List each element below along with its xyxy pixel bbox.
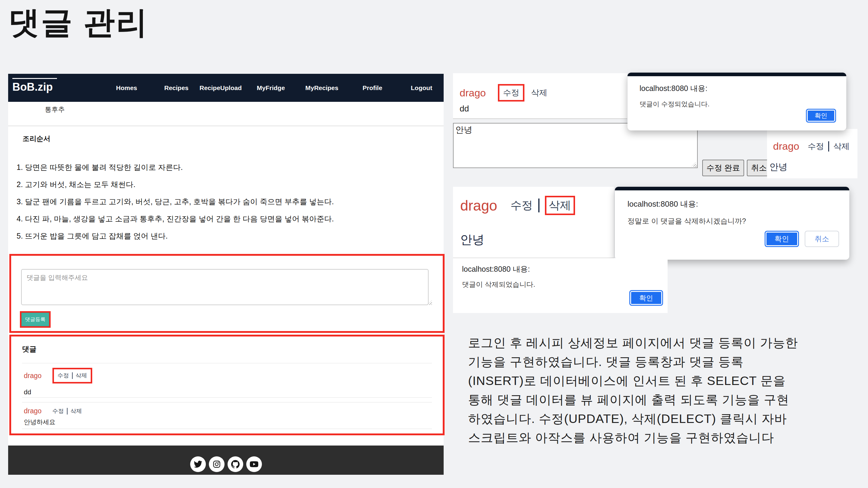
nav-item-myrecipes[interactable]: MyRecipes xyxy=(305,74,338,102)
delete-demo-comment-row: drago 수정 삭제 안녕 xyxy=(453,187,614,258)
save-edit-button[interactable]: 수정 완료 xyxy=(702,160,744,176)
delete-comment-link[interactable]: 삭제 xyxy=(70,407,82,415)
comment-username: drago xyxy=(24,372,41,380)
description-line: 로그인 후 레시피 상세정보 페이지에서 댓글 등록이 가능한 xyxy=(468,333,851,352)
recipe-steps: 1. 당면은 따뜻한 물에 불려 적당한 길이로 자른다. 2. 고기와 버섯,… xyxy=(17,159,334,245)
recipe-step: 2. 고기와 버섯, 채소는 모두 채썬다. xyxy=(17,176,334,193)
description-line: (INSERT)로 데이터베이스에 인서트 된 후 SELECT 문을 xyxy=(468,371,851,390)
edited-comment-result: drago 수정 삭제 안녕 xyxy=(767,129,858,178)
edit-comment-link[interactable]: 수정 xyxy=(510,198,533,213)
nav-item-myfridge[interactable]: MyFridge xyxy=(257,74,285,102)
alert-origin: localhost:8080 내용: xyxy=(640,84,707,93)
description-line: 하였습니다. 수정(UPDATE), 삭제(DELECT) 클릭시 자바 xyxy=(468,410,851,428)
comment-actions-highlight: 수정 삭제 xyxy=(53,368,92,384)
nav-item-recipes[interactable]: Recipes xyxy=(164,74,189,102)
description-line: 통해 댓글 데이터를 뷰 페이지에 출력 되도록 기능을 구현 xyxy=(468,390,851,410)
youtube-icon[interactable] xyxy=(246,456,262,472)
delete-comment-link[interactable]: 삭제 xyxy=(531,87,547,98)
delete-link-highlight[interactable]: 삭제 xyxy=(545,196,575,215)
comment-username: drago xyxy=(460,87,486,99)
ok-button[interactable]: 확인 xyxy=(806,109,836,123)
instagram-icon[interactable] xyxy=(209,456,224,472)
edit-link-highlight[interactable]: 수정 xyxy=(498,84,524,101)
nav-item-logout[interactable]: Logout xyxy=(411,74,432,102)
comment-text: 안녕하세요 xyxy=(24,418,56,426)
alert-origin: localhost:8080 내용: xyxy=(627,199,698,209)
recipe-step: 5. 뜨거운 밥을 그릇에 담고 잡채를 얹어 낸다. xyxy=(17,227,334,245)
footer xyxy=(8,446,444,475)
edit-comment-link[interactable]: 수정 xyxy=(53,407,64,415)
nav-item-recipeupload[interactable]: RecipeUpload xyxy=(199,74,242,102)
alert-dialog-confirm-delete: localhost:8080 내용: 정말로 이 댓글을 삭제하시겠습니까? 확… xyxy=(615,187,849,260)
separator xyxy=(72,372,73,379)
edit-comment-link[interactable]: 수정 xyxy=(808,141,824,152)
twitter-icon[interactable] xyxy=(190,456,206,472)
comment-list-heading: 댓글 xyxy=(22,344,36,354)
alert-message: 정말로 이 댓글을 삭제하시겠습니까? xyxy=(627,216,746,226)
comment-text: dd xyxy=(24,388,31,396)
divider xyxy=(8,126,444,126)
edit-demo-comment-row: drago 수정 삭제 dd xyxy=(453,73,627,119)
separator xyxy=(67,408,67,415)
navbar: BoB.zip Homes Recipes RecipeUpload MyFri… xyxy=(8,74,444,102)
alert-dialog-deleted: localhost:8080 내용: 댓글이 삭제되었습니다. 확인 xyxy=(453,258,668,313)
edit-comment-link[interactable]: 수정 xyxy=(58,372,69,380)
comment-username: drago xyxy=(773,140,799,152)
comment-input[interactable] xyxy=(21,269,429,305)
ok-button[interactable]: 확인 xyxy=(765,231,799,247)
delete-comment-link[interactable]: 삭제 xyxy=(833,141,849,152)
recipe-steps-heading: 조리순서 xyxy=(23,134,50,143)
alert-message: 댓글이 수정되었습니다. xyxy=(640,100,710,109)
ok-button[interactable]: 확인 xyxy=(629,290,663,306)
comment-list-highlight: 댓글 drago 수정 삭제 dd drago 수정 삭제 xyxy=(9,335,444,435)
divider xyxy=(22,363,432,363)
description-line: 스크립트와 아작스를 사용하여 기능을 구현하였습니다 xyxy=(468,428,851,447)
ingredient-text: 통후추 xyxy=(45,105,65,114)
comment-row: drago 수정 삭제 xyxy=(24,368,92,384)
separator xyxy=(538,198,539,213)
divider xyxy=(22,429,432,429)
nav-item-homes[interactable]: Homes xyxy=(116,74,137,102)
delete-comment-link[interactable]: 삭제 xyxy=(76,372,87,380)
comment-submit-highlight: 댓글등록 xyxy=(20,311,51,328)
recipe-step: 4. 다진 파, 마늘, 생강을 넣고 소금과 통후추, 진간장을 넣어 간을 … xyxy=(17,210,334,227)
description-line: 기능을 구현하였습니다. 댓글 등록창과 댓글 등록 xyxy=(468,352,851,371)
divider xyxy=(22,402,432,402)
comment-username: drago xyxy=(24,407,41,415)
comment-row: drago 수정 삭제 xyxy=(24,407,82,415)
recipe-step: 1. 당면은 따뜻한 물에 불려 적당한 길이로 자른다. xyxy=(17,159,334,176)
comment-text: 안녕 xyxy=(460,231,484,248)
comment-form-highlight: 댓글등록 xyxy=(9,254,444,333)
separator xyxy=(828,141,829,152)
alert-message: 댓글이 삭제되었습니다. xyxy=(462,280,535,289)
page-title: 댓글 관리 xyxy=(8,2,149,44)
nav-item-profile[interactable]: Profile xyxy=(363,74,382,102)
comment-text: 안녕 xyxy=(770,161,787,173)
comment-username: drago xyxy=(460,197,497,214)
divider xyxy=(22,397,432,398)
github-icon[interactable] xyxy=(227,456,243,472)
comment-text: dd xyxy=(460,104,469,113)
social-links xyxy=(190,456,262,472)
brand-logo[interactable]: BoB.zip xyxy=(12,78,57,93)
comment-actions: 수정 삭제 xyxy=(53,407,82,415)
alert-origin: localhost:8080 내용: xyxy=(462,264,530,274)
recipe-page-screenshot: BoB.zip Homes Recipes RecipeUpload MyFri… xyxy=(8,74,444,475)
cancel-button[interactable]: 취소 xyxy=(805,231,839,247)
alert-dialog-updated: localhost:8080 내용: 댓글이 수정되었습니다. 확인 xyxy=(627,73,846,130)
comment-submit-button[interactable]: 댓글등록 xyxy=(22,313,49,326)
recipe-step: 3. 달군 팬에 기름을 두르고 고기와, 버섯, 당근, 고추, 호박을 볶다… xyxy=(17,193,334,210)
description-text: 로그인 후 레시피 상세정보 페이지에서 댓글 등록이 가능한 기능을 구현하였… xyxy=(468,333,851,447)
